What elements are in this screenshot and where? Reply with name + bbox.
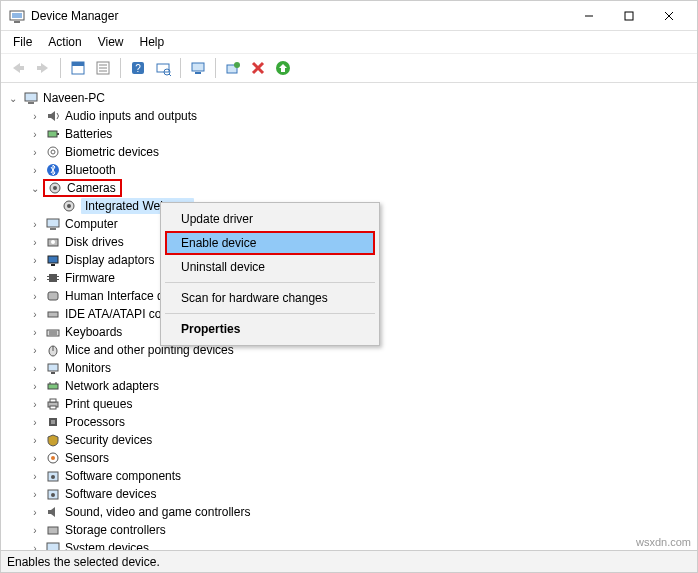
highlight-box: Cameras xyxy=(43,179,122,197)
tree-label: Firmware xyxy=(65,271,115,285)
menubar: File Action View Help xyxy=(1,31,697,53)
expand-icon[interactable]: › xyxy=(29,129,41,140)
svg-point-32 xyxy=(51,150,55,154)
svg-rect-29 xyxy=(48,131,57,137)
tree-item-processors[interactable]: › Processors xyxy=(7,413,697,431)
tree-label: Keyboards xyxy=(65,325,122,339)
svg-point-31 xyxy=(48,147,58,157)
menu-action[interactable]: Action xyxy=(40,33,89,51)
tree-item-sensors[interactable]: › Sensors xyxy=(7,449,697,467)
expand-icon[interactable]: › xyxy=(29,147,41,158)
svg-rect-73 xyxy=(47,543,59,550)
biometric-icon xyxy=(45,144,61,160)
tree-item-security[interactable]: › Security devices xyxy=(7,431,697,449)
tree-item-bluetooth[interactable]: › Bluetooth xyxy=(7,161,697,179)
svg-rect-56 xyxy=(48,364,58,371)
collapse-icon[interactable]: ⌄ xyxy=(29,183,41,194)
tree-item-batteries[interactable]: › Batteries xyxy=(7,125,697,143)
menu-file[interactable]: File xyxy=(5,33,40,51)
svg-rect-39 xyxy=(50,228,56,230)
computer-icon xyxy=(23,90,39,106)
expand-icon[interactable]: › xyxy=(29,273,41,284)
expand-icon[interactable]: › xyxy=(29,399,41,410)
uninstall-button[interactable] xyxy=(247,57,269,79)
tree-item-network[interactable]: › Network adapters xyxy=(7,377,697,395)
tree-label: Storage controllers xyxy=(65,523,166,537)
tree-item-monitors[interactable]: › Monitors xyxy=(7,359,697,377)
tree-label: Cameras xyxy=(67,181,116,195)
sound-icon xyxy=(45,504,61,520)
devices-button[interactable] xyxy=(187,57,209,79)
tree-item-swcomp[interactable]: › Software components xyxy=(7,467,697,485)
show-hidden-button[interactable] xyxy=(67,57,89,79)
tree-item-sound[interactable]: › Sound, video and game controllers xyxy=(7,503,697,521)
menu-help[interactable]: Help xyxy=(132,33,173,51)
expand-icon[interactable]: › xyxy=(29,435,41,446)
expand-icon[interactable]: › xyxy=(29,453,41,464)
svg-rect-4 xyxy=(625,12,633,20)
back-button[interactable] xyxy=(7,57,29,79)
svg-point-41 xyxy=(51,240,55,244)
tree-label: Network adapters xyxy=(65,379,159,393)
battery-icon xyxy=(45,126,61,142)
help-button[interactable]: ? xyxy=(127,57,149,79)
minimize-button[interactable] xyxy=(569,2,609,30)
expand-icon[interactable]: › xyxy=(29,417,41,428)
context-menu: Update driver Enable device Uninstall de… xyxy=(160,202,380,346)
maximize-button[interactable] xyxy=(609,2,649,30)
tree-item-storage[interactable]: › Storage controllers xyxy=(7,521,697,539)
collapse-icon[interactable]: ⌄ xyxy=(7,93,19,104)
disk-icon xyxy=(45,234,61,250)
svg-rect-63 xyxy=(50,406,56,409)
expand-icon[interactable]: › xyxy=(29,219,41,230)
expand-icon[interactable]: › xyxy=(29,507,41,518)
expand-icon[interactable]: › xyxy=(29,525,41,536)
ctx-enable-device[interactable]: Enable device xyxy=(165,231,375,255)
tree-item-audio[interactable]: › Audio inputs and outputs xyxy=(7,107,697,125)
update-driver-button[interactable] xyxy=(222,57,244,79)
enable-button[interactable] xyxy=(272,57,294,79)
bluetooth-icon xyxy=(45,162,61,178)
svg-rect-10 xyxy=(72,62,84,66)
context-separator xyxy=(165,282,375,283)
expand-icon[interactable]: › xyxy=(29,165,41,176)
ctx-uninstall-device[interactable]: Uninstall device xyxy=(163,255,377,279)
expand-icon[interactable]: › xyxy=(29,309,41,320)
svg-rect-21 xyxy=(195,72,201,74)
svg-text:?: ? xyxy=(135,63,141,74)
expand-icon[interactable]: › xyxy=(29,345,41,356)
svg-rect-45 xyxy=(47,276,49,277)
expand-icon[interactable]: › xyxy=(29,237,41,248)
tree-root[interactable]: ⌄ Naveen-PC xyxy=(7,89,697,107)
svg-rect-20 xyxy=(192,63,204,71)
expand-icon[interactable]: › xyxy=(29,111,41,122)
svg-rect-48 xyxy=(57,279,59,280)
ctx-scan-hardware[interactable]: Scan for hardware changes xyxy=(163,286,377,310)
tree-item-biometric[interactable]: › Biometric devices xyxy=(7,143,697,161)
ctx-update-driver[interactable]: Update driver xyxy=(163,207,377,231)
tree-label: Bluetooth xyxy=(65,163,116,177)
ctx-properties[interactable]: Properties xyxy=(163,317,377,341)
expand-icon[interactable]: › xyxy=(29,363,41,374)
expand-icon[interactable]: › xyxy=(29,543,41,551)
expand-icon[interactable]: › xyxy=(29,381,41,392)
svg-rect-65 xyxy=(51,420,55,424)
tree-label: Monitors xyxy=(65,361,111,375)
expand-icon[interactable]: › xyxy=(29,489,41,500)
close-button[interactable] xyxy=(649,2,689,30)
tree-item-system[interactable]: › System devices xyxy=(7,539,697,550)
forward-button[interactable] xyxy=(32,57,54,79)
tree-item-print[interactable]: › Print queues xyxy=(7,395,697,413)
expand-icon[interactable]: › xyxy=(29,327,41,338)
security-icon xyxy=(45,432,61,448)
scan-button[interactable] xyxy=(152,57,174,79)
properties-button[interactable] xyxy=(92,57,114,79)
tree-item-cameras[interactable]: ⌄ Cameras xyxy=(7,179,697,197)
titlebar: Device Manager xyxy=(1,1,697,31)
tree-item-swdev[interactable]: › Software devices xyxy=(7,485,697,503)
menu-view[interactable]: View xyxy=(90,33,132,51)
computer-icon xyxy=(45,216,61,232)
expand-icon[interactable]: › xyxy=(29,255,41,266)
expand-icon[interactable]: › xyxy=(29,471,41,482)
expand-icon[interactable]: › xyxy=(29,291,41,302)
